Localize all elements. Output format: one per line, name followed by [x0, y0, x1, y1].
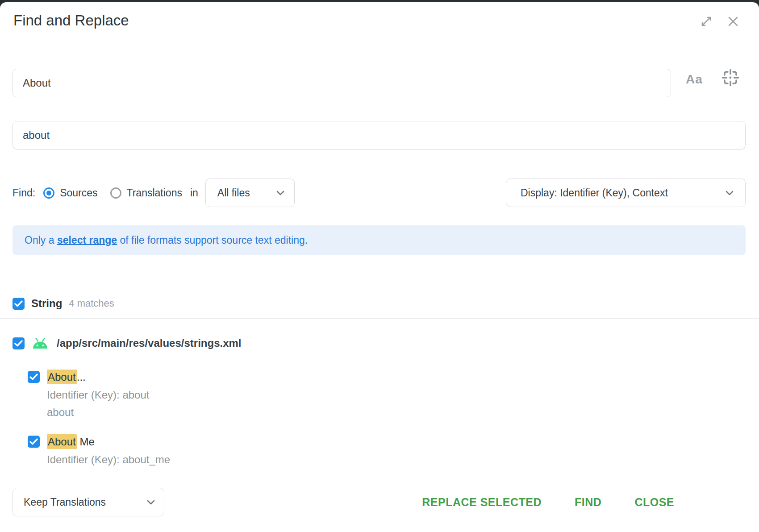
close-button[interactable]: CLOSE: [634, 496, 674, 509]
files-scope-value: All files: [217, 187, 250, 199]
android-icon: [32, 337, 49, 350]
search-input[interactable]: [13, 69, 671, 97]
radio-sources[interactable]: [43, 187, 54, 199]
divider: [0, 318, 759, 319]
footer-buttons: REPLACE SELECTED FIND CLOSE: [422, 488, 674, 517]
result-identifier: Identifier (Key): about: [47, 388, 149, 402]
radio-sources-label[interactable]: Sources: [60, 187, 97, 199]
files-scope-select[interactable]: All files: [205, 179, 295, 207]
group-checkbox[interactable]: [13, 298, 25, 310]
result-item[interactable]: About... Identifier (Key): about about: [47, 370, 149, 419]
select-range-link[interactable]: select range: [57, 234, 117, 246]
banner-text-suffix: of file formats support source text edit…: [117, 234, 308, 246]
group-match-count: 4 matches: [69, 298, 114, 309]
expand-dialog-icon[interactable]: [699, 14, 713, 29]
result-text: About...: [47, 370, 149, 384]
banner-text-prefix: Only a: [25, 234, 57, 246]
file-row[interactable]: /app/src/main/res/values/strings.xml: [13, 337, 242, 350]
result-identifier: Identifier (Key): about_me: [47, 453, 170, 466]
match-case-toggle[interactable]: Aa: [686, 72, 703, 87]
result-context: about: [47, 406, 149, 419]
close-icon[interactable]: [726, 14, 740, 29]
translations-action-select[interactable]: Keep Translations: [13, 488, 164, 516]
radio-translations[interactable]: [110, 187, 121, 199]
info-banner: Only a select range of file formats supp…: [13, 225, 746, 255]
translations-action-value: Keep Translations: [24, 496, 106, 508]
chevron-down-icon: [147, 500, 155, 505]
find-button[interactable]: FIND: [575, 496, 601, 509]
match-whole-phrase-icon[interactable]: [721, 68, 740, 87]
result-item[interactable]: About Me Identifier (Key): about_me: [47, 435, 170, 466]
result-text: About Me: [47, 435, 170, 449]
group-label: String: [31, 297, 62, 310]
replace-input[interactable]: [13, 121, 746, 150]
result-checkbox[interactable]: [28, 371, 40, 383]
chevron-down-icon: [726, 191, 734, 195]
file-path: /app/src/main/res/values/strings.xml: [57, 337, 242, 349]
in-label: in: [190, 187, 198, 199]
find-label: Find:: [13, 187, 35, 199]
file-checkbox[interactable]: [13, 337, 25, 349]
display-options-value: Display: Identifier (Key), Context: [521, 187, 668, 199]
radio-translations-label[interactable]: Translations: [127, 187, 182, 199]
find-scope-row: Find: Sources Translations in All files: [13, 179, 295, 207]
dialog-title: Find and Replace: [13, 12, 129, 29]
result-group-row: String 4 matches: [13, 297, 114, 310]
find-and-replace-dialog: Find and Replace Aa Find: Sources Transl…: [0, 2, 759, 532]
result-checkbox[interactable]: [28, 436, 40, 448]
chevron-down-icon: [276, 191, 284, 195]
highlighted-match: About: [47, 434, 77, 449]
highlighted-match: About: [47, 370, 77, 384]
display-options-select[interactable]: Display: Identifier (Key), Context: [506, 179, 746, 207]
replace-selected-button[interactable]: REPLACE SELECTED: [422, 496, 542, 509]
